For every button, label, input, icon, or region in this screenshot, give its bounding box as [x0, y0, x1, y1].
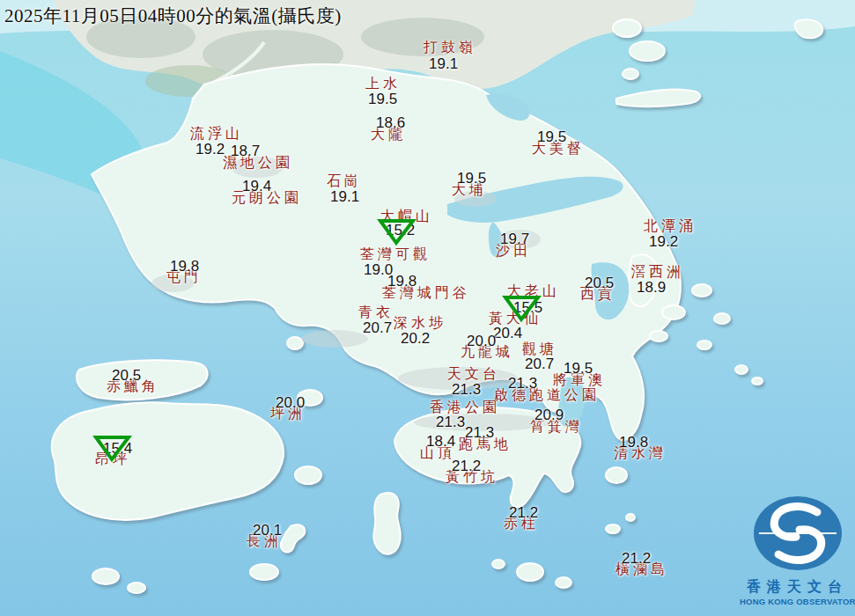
- station-name: 流浮山: [190, 127, 243, 141]
- station-value: 19.5: [564, 361, 593, 376]
- station-name: 青衣: [358, 305, 394, 319]
- station-value: 18.4: [426, 434, 455, 449]
- station-value: 21.3: [436, 414, 465, 429]
- station-value: 21.3: [452, 382, 481, 397]
- station-value: 19.8: [387, 274, 416, 289]
- station-value: 19.5: [457, 171, 486, 186]
- min-temp-triangle-icon: [503, 295, 542, 323]
- logo-chinese-text: 香港天文台: [740, 578, 855, 597]
- min-temp-triangle-icon: [378, 218, 416, 246]
- station-name: 荃灣可觀: [360, 247, 431, 261]
- station-name: 滘西洲: [631, 265, 684, 279]
- station-value: 19.5: [368, 92, 397, 106]
- station-value: 19.2: [649, 234, 678, 249]
- station-value: 19.1: [330, 189, 359, 204]
- station-name: 上水: [365, 77, 401, 91]
- station-name: 觀塘: [522, 342, 557, 356]
- station-value: 20.0: [467, 334, 496, 348]
- station-value: 20.5: [585, 275, 614, 290]
- station-name: 打鼓嶺: [424, 40, 476, 55]
- station-value: 20.2: [401, 331, 430, 346]
- station-value: 20.0: [276, 395, 305, 410]
- station-value: 19.8: [619, 435, 648, 450]
- station-value: 19.2: [195, 142, 225, 157]
- station-value: 20.4: [493, 326, 522, 341]
- station-value: 20.7: [363, 320, 392, 335]
- station-value: 19.4: [242, 179, 271, 194]
- map-title: 2025年11月05日04時00分的氣溫(攝氏度): [4, 4, 342, 28]
- station-value: 18.6: [376, 115, 405, 130]
- logo-emblem-icon: [748, 489, 847, 577]
- station-name: 石崗: [327, 174, 362, 188]
- station-value: 21.3: [465, 425, 494, 440]
- station-value: 19.5: [537, 129, 566, 144]
- station-name: 北潭涌: [644, 219, 697, 233]
- station-value: 21.2: [452, 458, 481, 473]
- station-value: 18.9: [637, 280, 666, 295]
- station-value: 19.8: [170, 259, 199, 274]
- stations-layer: 打鼓嶺19.1上水19.5大隴18.6流浮山19.2濕地公園18.7元朗公園19…: [0, 0, 855, 616]
- temperature-map: 2025年11月05日04時00分的氣溫(攝氏度) 打鼓嶺19.1上水19.5大…: [0, 0, 855, 616]
- station-value: 20.7: [525, 356, 554, 371]
- station-value: 21.3: [508, 376, 537, 391]
- station-value: 20.1: [253, 523, 282, 538]
- station-value: 18.7: [231, 143, 260, 158]
- station-name: 天文台: [447, 367, 500, 381]
- station-value: 19.7: [500, 231, 529, 246]
- station-name: 香港公園: [430, 400, 500, 414]
- station-name: 深水埗: [394, 316, 446, 330]
- min-temp-triangle-icon: [93, 435, 132, 463]
- station-value: 20.9: [534, 407, 564, 422]
- logo-english-text: HONG KONG OBSERVATORY: [740, 597, 855, 606]
- station-value: 19.1: [429, 56, 458, 71]
- station-value: 21.2: [509, 505, 538, 520]
- hko-logo: 香港天文台 HONG KONG OBSERVATORY: [740, 489, 855, 614]
- station-value: 20.5: [112, 368, 141, 383]
- station-value: 21.2: [622, 551, 651, 566]
